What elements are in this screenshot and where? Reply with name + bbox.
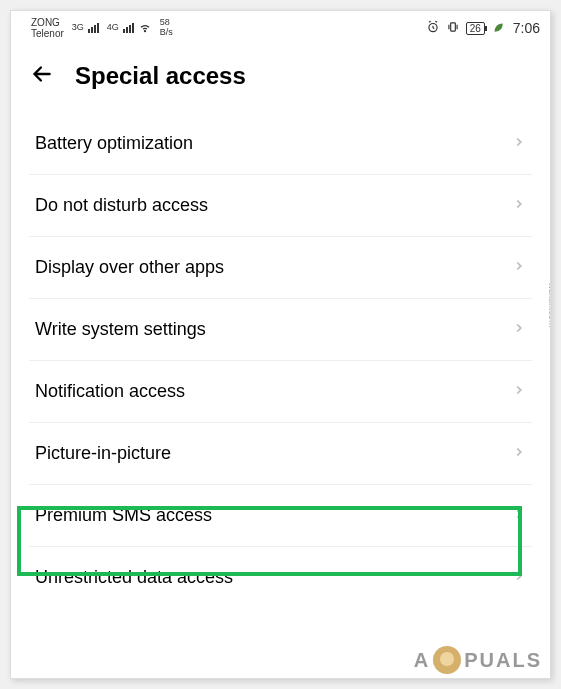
- vibrate-icon: [446, 20, 460, 36]
- chevron-right-icon: [512, 569, 526, 587]
- svg-point-0: [144, 30, 145, 31]
- setting-battery-optimization[interactable]: Battery optimization: [29, 113, 532, 175]
- chevron-right-icon: [512, 383, 526, 401]
- watermark-logo: A PUALS: [414, 646, 542, 674]
- alarm-icon: [426, 20, 440, 36]
- clock-time: 7:06: [513, 20, 540, 36]
- carrier-2: Telenor: [31, 28, 64, 39]
- battery-indicator: 26: [466, 22, 485, 35]
- watermark-avatar-icon: [433, 646, 461, 674]
- chevron-right-icon: [512, 135, 526, 153]
- wifi-icon: [138, 20, 152, 36]
- chevron-right-icon: [512, 507, 526, 525]
- network-type-1: 3G: [72, 23, 84, 33]
- settings-list: Battery optimization Do not disturb acce…: [11, 113, 550, 608]
- header: Special access: [11, 43, 550, 113]
- status-bar-right: 26 7:06: [426, 20, 540, 37]
- setting-display-over-other-apps[interactable]: Display over other apps: [29, 237, 532, 299]
- status-bar: ZONG Telenor 3G 4G: [11, 11, 550, 43]
- setting-label: Premium SMS access: [35, 505, 212, 526]
- chevron-right-icon: [512, 197, 526, 215]
- signal-bars-2: [123, 23, 134, 33]
- chevron-right-icon: [512, 321, 526, 339]
- setting-premium-sms-access[interactable]: Premium SMS access: [29, 485, 532, 547]
- chevron-right-icon: [512, 259, 526, 277]
- network-type-2: 4G: [107, 23, 119, 33]
- setting-label: Write system settings: [35, 319, 206, 340]
- eco-leaf-icon: [491, 20, 505, 37]
- watermark-text-2: PUALS: [464, 649, 542, 672]
- signal-bars-1: [88, 23, 99, 33]
- back-arrow-icon[interactable]: [29, 61, 55, 91]
- signal-group-1: 3G: [72, 23, 99, 33]
- chevron-right-icon: [512, 445, 526, 463]
- setting-do-not-disturb-access[interactable]: Do not disturb access: [29, 175, 532, 237]
- setting-label: Battery optimization: [35, 133, 193, 154]
- setting-label: Notification access: [35, 381, 185, 402]
- setting-write-system-settings[interactable]: Write system settings: [29, 299, 532, 361]
- carrier-names: ZONG Telenor: [31, 17, 64, 39]
- data-rate: 58 B/s: [160, 18, 173, 38]
- setting-picture-in-picture[interactable]: Picture-in-picture: [29, 423, 532, 485]
- status-bar-left: ZONG Telenor 3G 4G: [21, 17, 173, 39]
- battery-level: 26: [470, 23, 481, 34]
- setting-label: Display over other apps: [35, 257, 224, 278]
- setting-label: Picture-in-picture: [35, 443, 171, 464]
- svg-rect-2: [450, 23, 455, 31]
- setting-label: Do not disturb access: [35, 195, 208, 216]
- data-rate-unit: B/s: [160, 28, 173, 38]
- signal-group-2: 4G: [107, 23, 134, 33]
- setting-unrestricted-data-access[interactable]: Unrestricted data access: [29, 547, 532, 608]
- phone-frame: ZONG Telenor 3G 4G: [10, 10, 551, 679]
- setting-label: Unrestricted data access: [35, 567, 233, 588]
- source-attribution: wsxdn.com: [547, 282, 551, 327]
- setting-notification-access[interactable]: Notification access: [29, 361, 532, 423]
- watermark-text-1: A: [414, 649, 430, 672]
- page-title: Special access: [75, 62, 246, 90]
- carrier-1: ZONG: [31, 17, 64, 28]
